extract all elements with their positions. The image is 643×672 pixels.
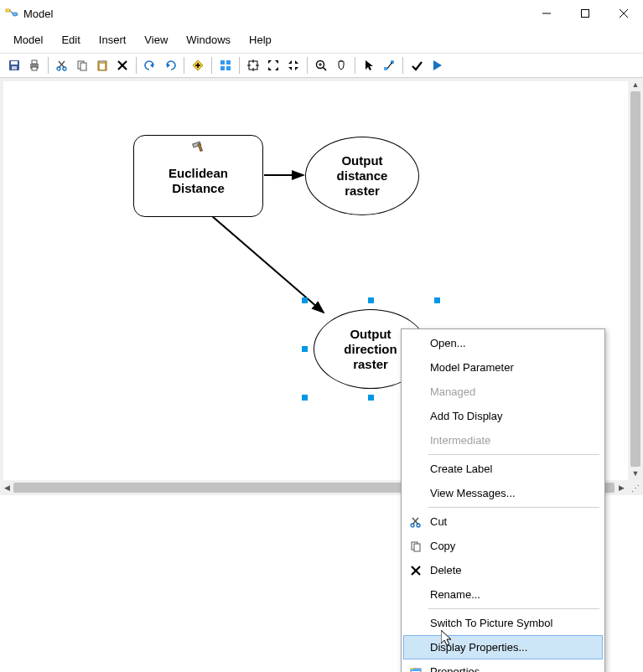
separator	[136, 57, 137, 74]
svg-rect-12	[32, 67, 37, 70]
menu-view[interactable]: View	[136, 30, 176, 49]
selection-handle[interactable]	[302, 297, 308, 303]
full-extent-icon[interactable]	[244, 56, 262, 75]
context-menu-item[interactable]: Add To Display	[403, 404, 603, 428]
copy-icon[interactable]	[73, 56, 91, 75]
zoom-icon[interactable]	[312, 56, 330, 75]
svg-rect-30	[226, 60, 231, 65]
svg-marker-54	[433, 60, 442, 70]
scroll-up-icon[interactable]: ▲	[629, 78, 642, 91]
minimize-button[interactable]	[527, 0, 566, 27]
output-node-distance-raster[interactable]: Output distance raster	[305, 137, 419, 215]
scroll-left-icon[interactable]: ◀	[0, 481, 13, 494]
context-menu-separator	[428, 454, 599, 455]
context-menu-item[interactable]: Delete	[403, 558, 603, 582]
titlebar: Model	[0, 0, 643, 27]
scroll-right-icon[interactable]: ▶	[614, 481, 628, 494]
context-menu-label: Rename...	[430, 588, 480, 601]
context-menu-label: Open...	[430, 337, 466, 349]
add-data-icon[interactable]	[189, 56, 207, 75]
svg-rect-0	[6, 9, 10, 12]
connect-icon[interactable]	[380, 56, 398, 75]
node-label: raster	[344, 357, 397, 372]
context-menu-item[interactable]: Cut	[403, 509, 603, 534]
context-menu-label: Copy	[430, 540, 455, 552]
blank-icon	[407, 615, 425, 632]
zoom-out-fixed-icon[interactable]	[284, 56, 303, 75]
menubar: Model Edit Insert View Windows Help	[0, 27, 643, 53]
scroll-thumb[interactable]	[630, 91, 640, 467]
blank-icon	[407, 335, 425, 352]
context-menu-item[interactable]: Properties...	[403, 659, 603, 672]
auto-layout-icon[interactable]	[216, 56, 235, 75]
delete-icon[interactable]	[113, 56, 132, 75]
select-icon[interactable]	[360, 56, 378, 75]
svg-rect-21	[100, 64, 105, 70]
context-menu-label: Add To Display	[430, 410, 502, 422]
menu-model[interactable]: Model	[5, 30, 51, 49]
svg-rect-31	[220, 66, 225, 70]
window-title: Model	[23, 8, 527, 20]
svg-rect-9	[12, 66, 17, 70]
context-menu-label: Cut	[430, 515, 447, 528]
context-menu-item[interactable]: Copy	[403, 534, 603, 558]
selection-handle[interactable]	[302, 395, 308, 401]
svg-marker-45	[295, 67, 298, 70]
menu-windows[interactable]: Windows	[178, 30, 239, 49]
context-menu-item[interactable]: Switch To Picture Symbol	[403, 611, 603, 635]
selection-handle[interactable]	[368, 395, 374, 401]
node-label: raster	[337, 184, 388, 199]
svg-rect-20	[100, 60, 105, 63]
svg-line-47	[324, 68, 327, 71]
menu-edit[interactable]: Edit	[53, 30, 88, 49]
paste-icon[interactable]	[93, 56, 111, 75]
zoom-in-fixed-icon[interactable]	[264, 56, 283, 75]
context-menu-label: Delete	[430, 564, 462, 576]
close-button[interactable]	[604, 0, 643, 27]
context-menu-item[interactable]: Model Parameter	[403, 355, 603, 380]
menu-help[interactable]: Help	[241, 30, 280, 49]
svg-rect-29	[220, 60, 225, 65]
blank-icon	[407, 384, 425, 401]
node-label: Euclidean	[169, 166, 228, 181]
pan-icon[interactable]	[332, 56, 350, 75]
context-menu-item[interactable]: Rename...	[403, 582, 603, 607]
selection-handle[interactable]	[434, 297, 440, 303]
tool-node-euclidean-distance[interactable]: Euclidean Distance	[133, 135, 263, 217]
context-menu-item[interactable]: Create Label	[403, 457, 603, 481]
svg-rect-32	[226, 66, 231, 70]
run-icon[interactable]	[428, 56, 446, 75]
validate-icon[interactable]	[407, 56, 426, 75]
save-icon[interactable]	[5, 56, 23, 75]
context-menu-separator	[428, 507, 599, 508]
context-menu-item[interactable]: Display Properties...	[403, 635, 603, 659]
node-label: Output	[344, 327, 397, 342]
menu-insert[interactable]: Insert	[91, 30, 135, 49]
delete-icon	[407, 562, 425, 579]
print-icon[interactable]	[25, 56, 44, 75]
scroll-corner: ⋰	[628, 480, 643, 495]
node-label: direction	[344, 342, 397, 357]
svg-rect-70	[411, 668, 413, 669]
maximize-button[interactable]	[566, 0, 604, 27]
cut-icon[interactable]	[53, 56, 71, 75]
vertical-scrollbar[interactable]: ▲ ▼	[628, 78, 643, 480]
context-menu-item[interactable]: Open...	[403, 331, 603, 355]
svg-point-63	[417, 524, 420, 527]
redo-icon[interactable]	[161, 56, 179, 75]
context-menu-item: Managed	[403, 380, 603, 404]
selection-handle[interactable]	[368, 297, 374, 303]
scroll-down-icon[interactable]: ▼	[629, 467, 642, 480]
svg-marker-50	[366, 60, 373, 70]
node-label: distance	[337, 168, 388, 184]
svg-rect-18	[80, 63, 86, 70]
context-menu-label: Properties...	[430, 665, 489, 672]
selection-handle[interactable]	[302, 346, 308, 352]
svg-marker-42	[288, 60, 292, 64]
context-menu: Open...Model ParameterManagedAdd To Disp…	[401, 328, 605, 672]
toolbar	[0, 53, 643, 78]
separator	[239, 57, 240, 74]
context-menu-item[interactable]: View Messages...	[403, 481, 603, 505]
undo-icon[interactable]	[141, 56, 159, 75]
svg-point-15	[57, 67, 60, 70]
